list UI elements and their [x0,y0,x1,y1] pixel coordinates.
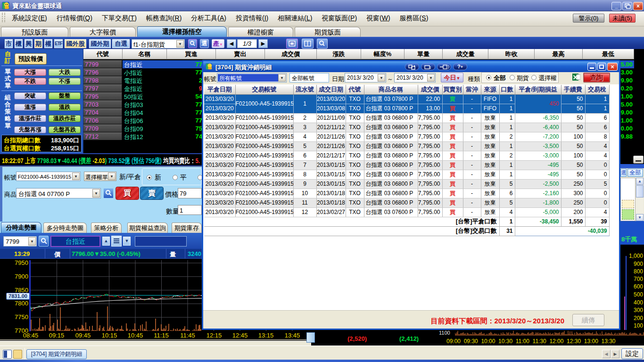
svg-text:7900: 7900 [15,273,28,280]
svg-text:7950: 7950 [15,259,28,266]
svg-text:12:15: 12:15 [206,332,222,339]
svg-text:10:15: 10:15 [102,332,117,339]
svg-text:11:45: 11:45 [180,332,195,339]
svg-text:7800: 7800 [15,300,28,307]
svg-text:7750: 7750 [15,313,28,321]
svg-text:13:45: 13:45 [285,332,300,339]
svg-text:10:45: 10:45 [128,332,143,339]
svg-text:12:45: 12:45 [232,332,248,339]
svg-text:09:15: 09:15 [49,332,65,339]
svg-text:09:45: 09:45 [75,332,91,339]
svg-text:13:15: 13:15 [258,332,274,339]
svg-text:11:15: 11:15 [154,332,169,339]
svg-text:08:45: 08:45 [23,332,39,339]
